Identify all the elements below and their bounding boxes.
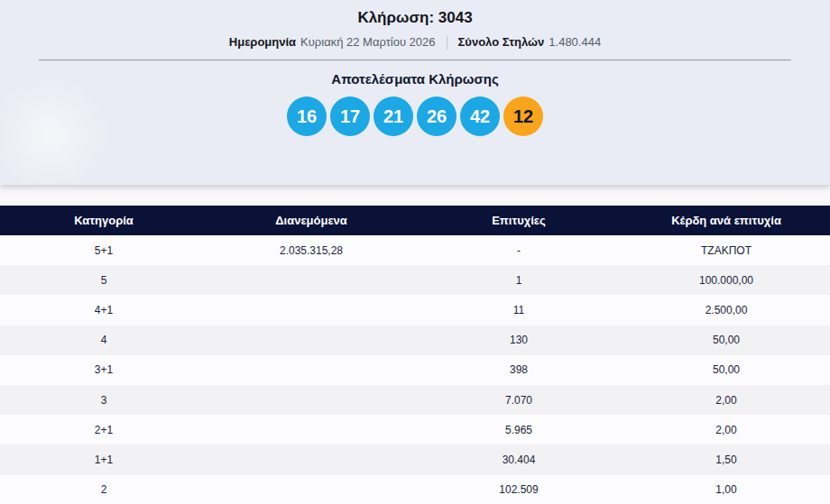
winning-number-ball: 26 — [417, 96, 456, 136]
cell-prize: 50,00 — [622, 363, 830, 376]
cell-winners: 398 — [415, 363, 622, 376]
winning-number-ball: 17 — [330, 96, 370, 136]
column-header-winners: Επιτυχίες — [415, 214, 622, 227]
cell-category: 3+1 — [0, 363, 208, 376]
draw-meta-line: Ημερομηνία Κυριακή 22 Μαρτίου 2026 Σύνολ… — [0, 34, 830, 50]
total-columns-value: 1.480.444 — [549, 34, 601, 50]
draw-summary-card: Κλήρωση: 3043 Ημερομηνία Κυριακή 22 Μαρτ… — [0, 0, 830, 185]
cell-winners: 11 — [415, 304, 622, 316]
cell-prize: 2.500,00 — [622, 304, 830, 316]
results-title: Αποτελέσματα Κλήρωσης — [0, 71, 830, 87]
table-header-row: Κατηγορία Διανεμόμενα Επιτυχίες Κέρδη αν… — [0, 206, 830, 235]
winning-numbers-row: 16 17 21 26 42 12 — [0, 96, 830, 136]
cell-winners: - — [415, 244, 622, 257]
cell-winners: 7.070 — [415, 394, 622, 407]
table-row: 2+1 5.965 2,00 — [0, 415, 830, 444]
cell-category: 5+1 — [0, 244, 208, 257]
cell-prize: ΤΖΑΚΠΟΤ — [622, 244, 830, 257]
winning-number-ball: 21 — [374, 96, 413, 136]
cell-category: 3 — [0, 394, 208, 407]
table-body: 5+1 2.035.315,28 - ΤΖΑΚΠΟΤ 5 1 100.000,0… — [0, 235, 830, 504]
cell-category: 4+1 — [0, 304, 208, 316]
table-row: 5 1 100.000,00 — [0, 265, 830, 295]
winning-number-ball: 42 — [460, 96, 500, 136]
draw-title: Κλήρωση: 3043 — [0, 0, 830, 27]
cell-prize: 2,00 — [622, 424, 830, 436]
table-row: 1+1 30.404 1,50 — [0, 444, 830, 474]
cell-prize: 1,50 — [622, 454, 830, 466]
date-value: Κυριακή 22 Μαρτίου 2026 — [300, 34, 435, 50]
cell-prize: 1,00 — [622, 483, 830, 496]
table-row: 3+1 398 50,00 — [0, 355, 830, 385]
cell-prize: 50,00 — [622, 334, 830, 346]
cell-winners: 5.965 — [415, 424, 622, 436]
meta-divider — [447, 36, 447, 50]
cell-category: 4 — [0, 334, 208, 346]
cell-distributed: 2.035.315,28 — [208, 244, 415, 257]
table-row: 5+1 2.035.315,28 - ΤΖΑΚΠΟΤ — [0, 235, 830, 265]
table-row: 4 130 50,00 — [0, 325, 830, 355]
cell-category: 2+1 — [0, 424, 208, 436]
column-header-prize: Κέρδη ανά επιτυχία — [622, 214, 830, 227]
column-header-category: Κατηγορία — [0, 214, 208, 227]
cell-winners: 1 — [415, 274, 622, 287]
bonus-number-ball: 12 — [503, 96, 543, 136]
total-columns-label: Σύνολο Στηλών — [458, 34, 545, 50]
date-label: Ημερομηνία — [229, 34, 296, 50]
cell-winners: 102.509 — [415, 483, 622, 496]
cell-winners: 130 — [415, 334, 622, 346]
winning-number-ball: 16 — [287, 96, 327, 136]
cell-prize: 100.000,00 — [622, 274, 830, 287]
table-row: 3 7.070 2,00 — [0, 385, 830, 415]
table-row: 4+1 11 2.500,00 — [0, 295, 830, 325]
cell-category: 2 — [0, 483, 208, 496]
cell-category: 1+1 — [0, 454, 208, 466]
horizontal-divider — [39, 60, 791, 60]
prize-categories-table: Κατηγορία Διανεμόμενα Επιτυχίες Κέρδη αν… — [0, 206, 830, 504]
cell-winners: 30.404 — [415, 454, 622, 466]
table-row: 2 102.509 1,00 — [0, 475, 830, 504]
cell-category: 5 — [0, 274, 208, 287]
column-header-distributed: Διανεμόμενα — [208, 214, 415, 227]
cell-prize: 2,00 — [622, 394, 830, 407]
